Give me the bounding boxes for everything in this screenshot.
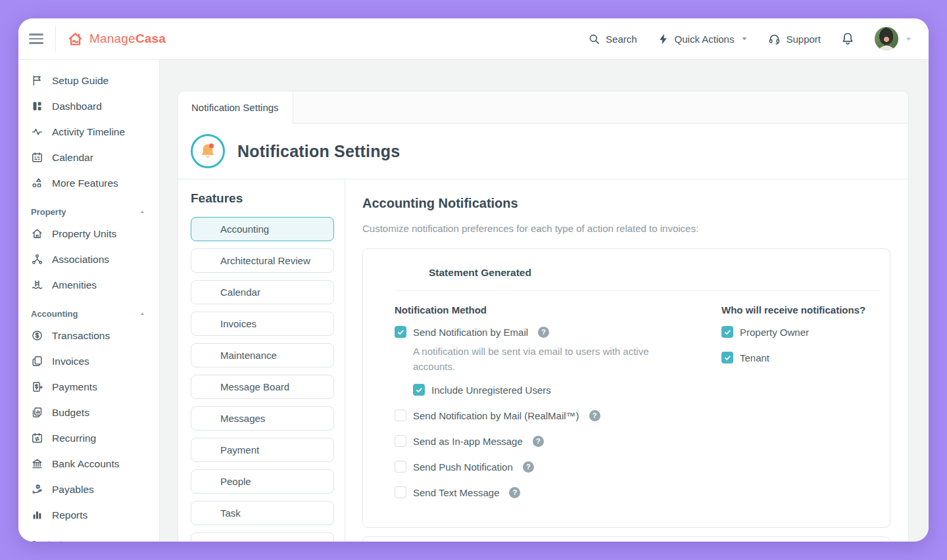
- chevron-down-icon: [741, 35, 748, 43]
- sidebar-section-accounting[interactable]: Accounting: [18, 304, 159, 323]
- sidebar-item-calendar[interactable]: Calendar: [18, 145, 159, 170]
- checkbox-unchecked[interactable]: [395, 435, 406, 447]
- checkbox-row: Property Owner: [721, 326, 880, 338]
- sidebar-section-title: Accounting: [31, 309, 78, 319]
- notification-method: Send Notification by EmailA notification…: [395, 326, 702, 396]
- feature-button-payment[interactable]: Payment: [191, 438, 334, 462]
- feature-button-maintenance[interactable]: Maintenance: [191, 343, 334, 367]
- recipient-option: Tenant: [721, 352, 880, 363]
- main-area: Notification Settings Notification Setti…: [160, 60, 929, 542]
- panel-description: Customize notification preferences for e…: [362, 223, 890, 234]
- checkbox-unchecked[interactable]: [395, 409, 406, 421]
- support-label: Support: [786, 34, 821, 45]
- checkbox-unchecked[interactable]: [395, 486, 406, 498]
- topbar-divider: [55, 26, 56, 52]
- recurring-icon: [31, 432, 43, 444]
- sidebar-item-reports[interactable]: Reports: [18, 502, 159, 528]
- feature-button-label: Payment: [220, 444, 259, 455]
- sidebar-item-more-features[interactable]: More Features: [18, 170, 159, 196]
- tab-label: Notification Settings: [191, 102, 279, 113]
- bolt-icon: [657, 33, 669, 45]
- avatar[interactable]: [875, 27, 898, 51]
- sidebar-item-label: More Features: [52, 177, 118, 189]
- checkbox-label: Property Owner: [740, 327, 809, 338]
- feature-button-invoices[interactable]: Invoices: [191, 312, 334, 336]
- sidebar-sections: PropertyProperty UnitsAssociationsAmenit…: [18, 202, 159, 542]
- checkbox-label: Send Notification by Mail (RealMail™): [413, 410, 579, 421]
- sidebar-item-transactions[interactable]: Transactions: [18, 323, 159, 348]
- feature-button-label: Accounting: [220, 223, 269, 235]
- help-icon[interactable]: [509, 487, 520, 498]
- help-icon[interactable]: [538, 327, 549, 338]
- sidebar-item-payments[interactable]: Payments: [18, 374, 159, 400]
- checkbox-label: Send Notification by Email: [413, 327, 528, 338]
- sidebar-section-property[interactable]: Property: [18, 202, 159, 221]
- checkbox-unchecked[interactable]: [395, 461, 406, 473]
- quick-actions-button[interactable]: Quick Actions: [657, 33, 749, 45]
- feature-button-message-board[interactable]: Message Board: [191, 375, 334, 399]
- sidebar-item-amenities[interactable]: Amenities: [18, 272, 159, 298]
- amenities-icon: [31, 279, 43, 291]
- sidebar-item-bank-accounts[interactable]: Bank Accounts: [18, 451, 159, 477]
- checkbox-row: Send Notification by Mail (RealMail™): [395, 409, 702, 421]
- feature-button-label: Architectural Review: [220, 255, 310, 266]
- sidebar-item-recurring[interactable]: Recurring: [18, 425, 159, 451]
- statement-generated-card: Statement Generated Notification Method …: [362, 248, 890, 528]
- sidebar-section-contacts[interactable]: Contacts: [18, 534, 159, 542]
- sidebar-item-associations[interactable]: Associations: [18, 246, 159, 272]
- menu-toggle-icon[interactable]: [29, 34, 43, 44]
- feature-button-partial[interactable]: [191, 532, 334, 542]
- sidebar-item-label: Bank Accounts: [52, 458, 120, 470]
- feature-button-messages[interactable]: Messages: [191, 406, 334, 431]
- feature-button-task[interactable]: Task: [191, 501, 334, 525]
- checkbox-checked[interactable]: [395, 326, 406, 338]
- checkbox-row: Tenant: [721, 352, 880, 363]
- sidebar-item-budgets[interactable]: Budgets: [18, 400, 159, 425]
- screenshot-root: { "colors":{"frame_purple":"#a78bf5","br…: [0, 0, 947, 560]
- help-icon[interactable]: [589, 410, 600, 421]
- checkbox-checked[interactable]: [413, 384, 425, 396]
- sidebar-item-label: Dashboard: [52, 101, 102, 112]
- sidebar-item-setup-guide[interactable]: Setup Guide: [18, 68, 159, 93]
- sidebar-item-label: Reports: [52, 509, 87, 521]
- feature-button-label: Message Board: [220, 381, 289, 392]
- notifications-bell-icon[interactable]: [840, 32, 855, 46]
- checkbox-label: Tenant: [740, 352, 769, 363]
- sidebar-item-label: Transactions: [52, 330, 110, 342]
- help-icon[interactable]: [523, 461, 534, 473]
- notification-method: Send Notification by Mail (RealMail™): [395, 409, 702, 421]
- settings-content: Features AccountingArchitectural ReviewC…: [178, 179, 908, 542]
- sidebar: Setup GuideDashboardActivity TimelineCal…: [18, 60, 160, 542]
- payments-icon: [31, 381, 43, 393]
- sidebar-item-activity-timeline[interactable]: Activity Timeline: [18, 119, 159, 145]
- user-menu[interactable]: [875, 27, 913, 51]
- tab-notification-settings[interactable]: Notification Settings: [178, 91, 293, 124]
- checkbox-checked[interactable]: [721, 352, 733, 363]
- support-button[interactable]: Support: [768, 33, 821, 45]
- caret-up-icon: [139, 541, 145, 542]
- feature-button-accounting[interactable]: Accounting: [191, 217, 334, 241]
- help-icon[interactable]: [533, 436, 544, 447]
- checkbox-row: Send as In-app Message: [395, 435, 702, 447]
- checkbox-row: Include Unregistered Users: [413, 384, 702, 396]
- feature-button-label: Messages: [220, 413, 265, 424]
- sidebar-item-property-units[interactable]: Property Units: [18, 221, 159, 246]
- checkbox-label: Send Text Message: [413, 487, 499, 498]
- search-button[interactable]: Search: [588, 33, 637, 45]
- feature-button-label: Task: [220, 507, 241, 519]
- method-description: A notification will be sent via email to…: [413, 344, 666, 374]
- associations-icon: [31, 253, 43, 266]
- feature-button-label: People: [220, 476, 251, 487]
- feature-button-calendar[interactable]: Calendar: [191, 280, 334, 304]
- checkbox-checked[interactable]: [721, 326, 733, 338]
- sidebar-item-dashboard[interactable]: Dashboard: [18, 93, 159, 119]
- sidebar-item-label: Payments: [52, 381, 97, 393]
- sidebar-item-invoices[interactable]: Invoices: [18, 348, 159, 374]
- sidebar-item-payables[interactable]: Payables: [18, 477, 159, 502]
- more-features-icon: [31, 177, 43, 189]
- caret-up-icon: [139, 311, 145, 317]
- feature-button-architectural-review[interactable]: Architectural Review: [191, 248, 334, 273]
- brand-logo[interactable]: ManageCasa: [66, 30, 166, 48]
- sidebar-item-label: Associations: [52, 254, 109, 266]
- feature-button-people[interactable]: People: [191, 469, 334, 494]
